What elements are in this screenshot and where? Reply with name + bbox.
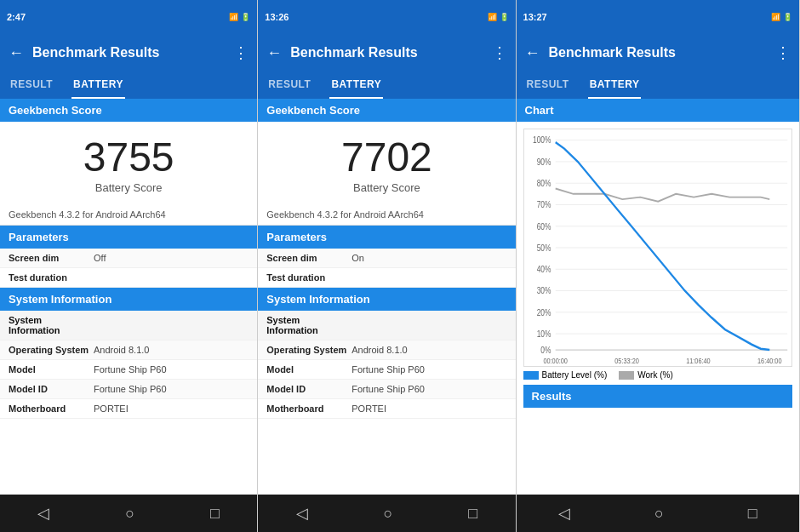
svg-text:40%: 40% <box>536 265 551 274</box>
row-value: Fortune Ship P60 <box>94 364 167 375</box>
back-button-1[interactable]: ← <box>9 44 24 62</box>
row-key: Test duration <box>266 272 351 283</box>
svg-text:80%: 80% <box>536 179 551 188</box>
back-button-2[interactable]: ← <box>266 44 282 62</box>
battery-icon-3: 🔋 <box>783 13 792 21</box>
back-button-3[interactable]: ← <box>525 44 540 62</box>
tab-battery-2[interactable]: BATTERY <box>329 72 383 99</box>
chart-section-header: Chart <box>517 99 799 122</box>
time-2: 13:26 <box>265 12 289 22</box>
tab-result-1[interactable]: RESULT <box>9 72 54 99</box>
header-1: ← Benchmark Results ⋮ <box>0 34 257 72</box>
row-value: PORTEI <box>351 403 386 414</box>
table-row: Motherboard PORTEI <box>258 399 515 419</box>
table-row: Operating System Android 8.1.0 <box>0 340 257 360</box>
table-row: Model ID Fortune Ship P60 <box>0 380 257 399</box>
legend-battery-label: Battery Level (%) <box>542 370 608 380</box>
chart-svg: 100% 90% 80% 70% 60% 50% 40% 30% 20% 10%… <box>524 129 791 366</box>
table-row: Model ID Fortune Ship P60 <box>258 380 515 399</box>
back-nav-btn-1[interactable]: ◁ <box>24 501 63 526</box>
back-nav-btn-2[interactable]: ◁ <box>283 501 322 526</box>
legend-work-color <box>619 371 634 380</box>
table-row: Screen dim On <box>258 249 515 268</box>
bottom-nav-3: ◁ ○ □ <box>517 495 799 532</box>
tabs-2: RESULT BATTERY <box>258 72 515 99</box>
row-value: Fortune Ship P60 <box>94 384 167 394</box>
row-value: On <box>351 253 364 263</box>
svg-text:20%: 20% <box>536 308 551 317</box>
params-header-1: Parameters <box>0 226 257 249</box>
menu-button-3[interactable]: ⋮ <box>775 43 791 62</box>
back-nav-btn-3[interactable]: ◁ <box>545 501 584 526</box>
header-title-2: Benchmark Results <box>290 45 483 60</box>
status-bar-2: 13:26 📶 🔋 <box>258 0 515 34</box>
home-nav-btn-3[interactable]: ○ <box>641 501 677 526</box>
recent-nav-btn-2[interactable]: □ <box>454 501 491 526</box>
row-key: System Information <box>9 315 94 335</box>
row-value: Fortune Ship P60 <box>351 364 425 375</box>
svg-text:11:06:40: 11:06:40 <box>686 358 711 366</box>
row-value: Android 8.1.0 <box>94 345 149 355</box>
svg-text:70%: 70% <box>536 201 551 210</box>
tabs-3: RESULT BATTERY <box>517 72 799 99</box>
header-2: ← Benchmark Results ⋮ <box>258 34 515 72</box>
wifi-icon: 📶 <box>229 13 238 21</box>
row-key: Model ID <box>9 384 94 394</box>
table-row: System Information <box>0 311 257 340</box>
chart-container: 100% 90% 80% 70% 60% 50% 40% 30% 20% 10%… <box>517 122 799 495</box>
status-icons-2: 📶 🔋 <box>488 13 509 21</box>
bottom-nav-1: ◁ ○ □ <box>0 495 257 532</box>
score-area-2: 7702 Battery Score <box>258 122 515 204</box>
svg-text:50%: 50% <box>536 243 551 253</box>
row-key: System Information <box>266 315 351 335</box>
tab-battery-1[interactable]: BATTERY <box>71 72 125 99</box>
tab-result-2[interactable]: RESULT <box>266 72 312 99</box>
menu-button-1[interactable]: ⋮ <box>233 43 249 62</box>
recent-nav-btn-3[interactable]: □ <box>734 501 771 526</box>
svg-text:90%: 90% <box>536 157 551 167</box>
score-number-2: 7702 <box>266 137 506 178</box>
row-value: Off <box>94 253 106 263</box>
recent-nav-btn-1[interactable]: □ <box>197 501 233 526</box>
battery-icon: 🔋 <box>241 13 250 21</box>
row-key: Operating System <box>9 345 94 355</box>
params-header-2: Parameters <box>258 226 515 249</box>
menu-button-2[interactable]: ⋮ <box>492 43 507 62</box>
table-row: Model Fortune Ship P60 <box>0 360 257 380</box>
home-nav-btn-2[interactable]: ○ <box>370 501 407 526</box>
geekbench-section-2: Geekbench Score <box>258 99 515 122</box>
status-icons-1: 📶 🔋 <box>229 13 250 21</box>
home-nav-btn-1[interactable]: ○ <box>111 501 148 526</box>
row-key: Test duration <box>9 272 94 283</box>
row-key: Model <box>9 364 94 375</box>
svg-text:16:40:00: 16:40:00 <box>757 358 782 366</box>
svg-text:00:00:00: 00:00:00 <box>543 358 568 366</box>
info-text-1: Geekbench 4.3.2 for Android AArch64 <box>0 204 257 226</box>
tab-result-3[interactable]: RESULT <box>525 72 571 99</box>
time-3: 13:27 <box>523 12 547 22</box>
panel-2: 13:26 📶 🔋 ← Benchmark Results ⋮ RESULT B… <box>258 0 516 532</box>
chart-area: 100% 90% 80% 70% 60% 50% 40% 30% 20% 10%… <box>523 129 792 367</box>
svg-text:60%: 60% <box>536 222 551 232</box>
legend-work: Work (%) <box>619 370 672 380</box>
table-row: System Information <box>258 311 515 340</box>
header-title-3: Benchmark Results <box>549 45 767 60</box>
sysinfo-header-2: System Information <box>258 288 515 311</box>
score-area-1: 3755 Battery Score <box>0 122 257 204</box>
row-key: Motherboard <box>266 403 351 414</box>
row-key: Screen dim <box>266 253 351 263</box>
tabs-1: RESULT BATTERY <box>0 72 257 99</box>
status-icons-3: 📶 🔋 <box>771 13 792 21</box>
table-row: Operating System Android 8.1.0 <box>258 340 515 360</box>
score-number-1: 3755 <box>9 137 249 178</box>
legend-battery: Battery Level (%) <box>523 370 608 380</box>
svg-text:10%: 10% <box>536 329 551 339</box>
header-title-1: Benchmark Results <box>32 45 225 60</box>
battery-icon-2: 🔋 <box>500 13 509 21</box>
tab-battery-3[interactable]: BATTERY <box>588 72 642 99</box>
chart-legend: Battery Level (%) Work (%) <box>523 367 792 381</box>
row-key: Motherboard <box>9 403 94 414</box>
svg-text:100%: 100% <box>533 136 551 146</box>
panel-1: 2:47 📶 🔋 ← Benchmark Results ⋮ RESULT BA… <box>0 0 258 532</box>
wifi-icon-3: 📶 <box>771 13 780 21</box>
